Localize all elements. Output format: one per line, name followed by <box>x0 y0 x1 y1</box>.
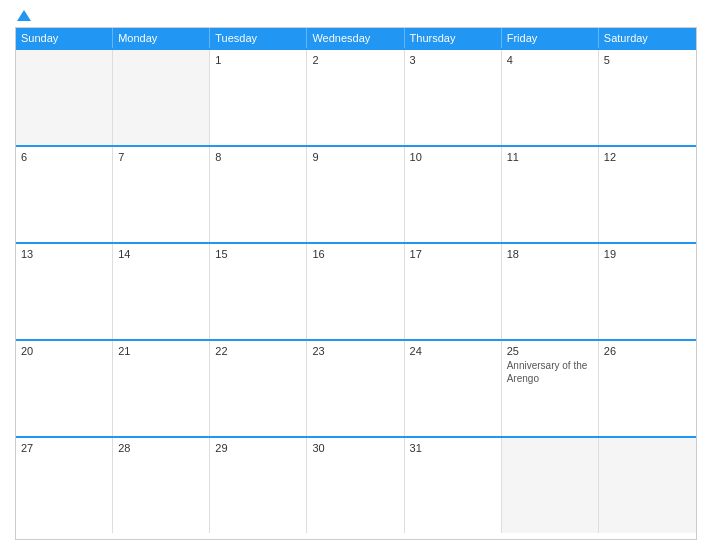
calendar-cell: 16 <box>307 244 404 339</box>
day-number: 16 <box>312 248 398 260</box>
day-number: 8 <box>215 151 301 163</box>
calendar-header-cell: Wednesday <box>307 28 404 48</box>
calendar-cell <box>16 50 113 145</box>
calendar-cell: 6 <box>16 147 113 242</box>
calendar-header-cell: Monday <box>113 28 210 48</box>
calendar-cell: 13 <box>16 244 113 339</box>
calendar-cell: 28 <box>113 438 210 533</box>
calendar-cell: 19 <box>599 244 696 339</box>
calendar-header: SundayMondayTuesdayWednesdayThursdayFrid… <box>16 28 696 48</box>
calendar-cell: 26 <box>599 341 696 436</box>
calendar-cell <box>599 438 696 533</box>
day-number: 27 <box>21 442 107 454</box>
calendar-cell: 22 <box>210 341 307 436</box>
day-number: 21 <box>118 345 204 357</box>
day-number: 14 <box>118 248 204 260</box>
calendar-header-cell: Thursday <box>405 28 502 48</box>
calendar-cell: 20 <box>16 341 113 436</box>
day-number: 12 <box>604 151 691 163</box>
calendar-cell: 25Anniversary of the Arengo <box>502 341 599 436</box>
calendar-cell: 2 <box>307 50 404 145</box>
day-number: 22 <box>215 345 301 357</box>
calendar-header-cell: Saturday <box>599 28 696 48</box>
day-number: 18 <box>507 248 593 260</box>
calendar-cell: 30 <box>307 438 404 533</box>
day-number: 11 <box>507 151 593 163</box>
calendar-cell: 27 <box>16 438 113 533</box>
calendar-header-cell: Sunday <box>16 28 113 48</box>
day-number: 6 <box>21 151 107 163</box>
calendar-cell: 3 <box>405 50 502 145</box>
calendar-cell: 9 <box>307 147 404 242</box>
calendar-cell: 10 <box>405 147 502 242</box>
day-number: 13 <box>21 248 107 260</box>
calendar: SundayMondayTuesdayWednesdayThursdayFrid… <box>15 27 697 540</box>
day-number: 29 <box>215 442 301 454</box>
day-number: 4 <box>507 54 593 66</box>
calendar-cell: 15 <box>210 244 307 339</box>
calendar-cell: 7 <box>113 147 210 242</box>
calendar-cell <box>113 50 210 145</box>
day-number: 2 <box>312 54 398 66</box>
calendar-week: 12345 <box>16 48 696 145</box>
day-number: 17 <box>410 248 496 260</box>
day-number: 9 <box>312 151 398 163</box>
day-number: 31 <box>410 442 496 454</box>
day-number: 1 <box>215 54 301 66</box>
logo-triangle-icon <box>17 10 31 21</box>
calendar-cell: 29 <box>210 438 307 533</box>
calendar-week: 6789101112 <box>16 145 696 242</box>
calendar-cell: 1 <box>210 50 307 145</box>
day-number: 25 <box>507 345 593 357</box>
calendar-cell <box>502 438 599 533</box>
calendar-cell: 14 <box>113 244 210 339</box>
day-number: 7 <box>118 151 204 163</box>
day-number: 5 <box>604 54 691 66</box>
day-number: 10 <box>410 151 496 163</box>
calendar-cell: 24 <box>405 341 502 436</box>
calendar-cell: 11 <box>502 147 599 242</box>
day-number: 19 <box>604 248 691 260</box>
calendar-cell: 5 <box>599 50 696 145</box>
calendar-cell: 17 <box>405 244 502 339</box>
calendar-cell: 8 <box>210 147 307 242</box>
calendar-header-cell: Friday <box>502 28 599 48</box>
header <box>15 10 697 21</box>
calendar-cell: 12 <box>599 147 696 242</box>
calendar-event: Anniversary of the Arengo <box>507 359 593 385</box>
calendar-body: 1234567891011121314151617181920212223242… <box>16 48 696 533</box>
calendar-cell: 4 <box>502 50 599 145</box>
calendar-week: 202122232425Anniversary of the Arengo26 <box>16 339 696 436</box>
logo <box>15 10 31 21</box>
day-number: 15 <box>215 248 301 260</box>
day-number: 3 <box>410 54 496 66</box>
day-number: 20 <box>21 345 107 357</box>
calendar-cell: 18 <box>502 244 599 339</box>
day-number: 30 <box>312 442 398 454</box>
calendar-week: 13141516171819 <box>16 242 696 339</box>
day-number: 24 <box>410 345 496 357</box>
calendar-cell: 23 <box>307 341 404 436</box>
calendar-cell: 31 <box>405 438 502 533</box>
calendar-header-cell: Tuesday <box>210 28 307 48</box>
calendar-page: SundayMondayTuesdayWednesdayThursdayFrid… <box>0 0 712 550</box>
day-number: 28 <box>118 442 204 454</box>
calendar-week: 2728293031 <box>16 436 696 533</box>
calendar-cell: 21 <box>113 341 210 436</box>
day-number: 26 <box>604 345 691 357</box>
day-number: 23 <box>312 345 398 357</box>
